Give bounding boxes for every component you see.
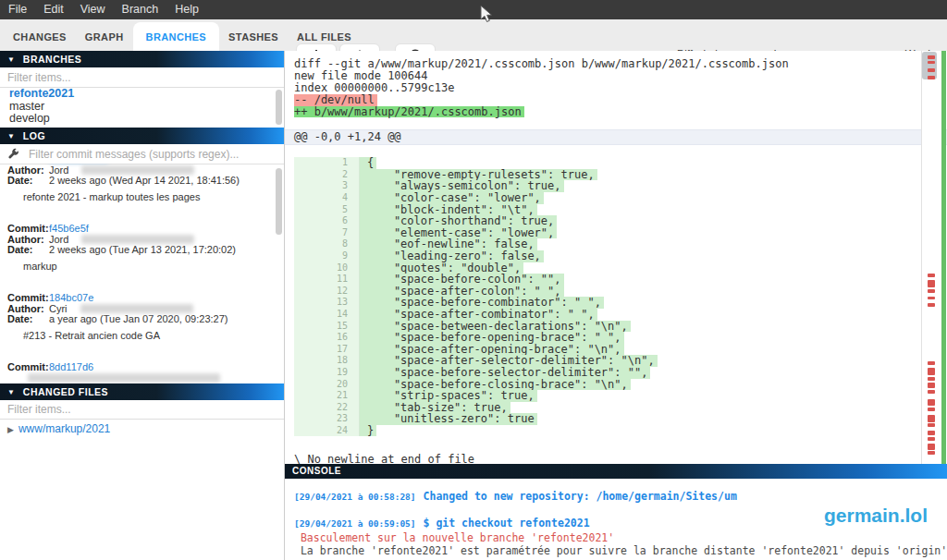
branches-panel-header[interactable]: ▼ BRANCHES (0, 51, 285, 67)
commit-hash-link[interactable]: 8dd117d6 (49, 361, 93, 372)
log-panel-header[interactable]: ▼ LOG (0, 128, 285, 144)
commit-label: Commit: (7, 293, 49, 304)
console-text: Basculement sur la nouvelle branche 'ref… (294, 531, 614, 544)
line-number: 7 (294, 227, 360, 239)
minimap-change-mark (928, 377, 935, 381)
line-number: 19 (294, 367, 360, 379)
console-panel-header[interactable]: CONSOLE (285, 464, 947, 479)
minimap-change-mark (928, 303, 935, 307)
menu-item-edit[interactable]: Edit (35, 0, 72, 19)
line-number: 15 (294, 321, 360, 333)
line-number: 8 (294, 238, 360, 250)
minimap-change-mark (928, 399, 935, 406)
commit-date-line: Date:2 weeks ago (Wed Apr 14 2021, 18:41… (7, 176, 274, 187)
author-name: Jord (49, 234, 68, 245)
line-number: 20 (294, 379, 360, 391)
changed-file-path: www/markup/2021 (18, 422, 110, 435)
line-content: "color-shorthand": true, (360, 215, 557, 227)
console-line: [29/04/2021 à 00:58:28]Changed to new re… (294, 491, 947, 503)
log-filter-input[interactable] (27, 147, 284, 162)
author-name: Jord (49, 164, 68, 176)
commit-entry: Commit:8dd117d6 (7, 362, 274, 383)
tab-graph[interactable]: GRAPH (76, 22, 133, 51)
commit-hash-line: Commit:8dd117d6 (7, 362, 274, 373)
minimap-change-mark (928, 361, 935, 365)
commit-log-list: Commit:Author:JordDate:2 weeks ago (Wed … (0, 164, 274, 383)
commit-entry: Commit:184bc07eAuthor:CyriDate:a year ag… (7, 293, 274, 341)
diff-added-code-line: 24} (294, 425, 947, 437)
branch-item-refonte2021[interactable]: refonte2021 (0, 88, 284, 101)
diff-added-code-line: 23 "unitless-zero": true (294, 413, 947, 425)
branches-scrollbar[interactable] (276, 90, 282, 125)
commit-hash-link[interactable]: 184bc07e (49, 292, 93, 303)
line-number: 10 (294, 262, 360, 274)
changed-file-item[interactable]: ▶www/markup/2021 (0, 420, 284, 436)
changed-files-filter-input[interactable] (0, 400, 284, 420)
collapse-arrow-icon: ▼ (7, 55, 15, 64)
minimap-change-mark (928, 55, 935, 59)
line-number: 4 (294, 192, 360, 204)
diff-line-text: ++ b/www/markup/2021/.csscomb.json (294, 106, 524, 118)
commit-message: #213 - Retrait ancien code GA (7, 331, 274, 342)
tab-branches[interactable]: BRANCHES (133, 22, 220, 51)
added-lines-overview-bar (941, 51, 946, 464)
diff-plain-line: new file mode 100644 (294, 70, 947, 82)
diff-added-code-line: 4 "color-case": "lower", (294, 192, 947, 204)
menu-item-branch[interactable]: Branch (114, 0, 167, 19)
line-number: 2 (294, 169, 360, 181)
tree-expand-icon[interactable]: ▶ (7, 425, 14, 434)
minimap-change-mark (928, 431, 935, 435)
commit-date-line: Date:2 weeks ago (Tue Apr 13 2021, 17:20… (7, 245, 274, 256)
date-label: Date: (7, 245, 49, 256)
commit-hash-link[interactable]: f45b6e5f (49, 223, 89, 234)
line-content: "unitless-zero": true (360, 413, 537, 425)
diff-hunk-header: @@ -0,0 +1,24 @@ (285, 129, 947, 145)
log-scrollbar[interactable] (276, 168, 282, 235)
diff-added-code-line: 21 "strip-spaces": true, (294, 390, 947, 402)
commit-message: refonte 2021 - markup toutes les pages (7, 192, 274, 203)
collapse-arrow-icon: ▼ (7, 132, 15, 140)
redacted-author (81, 165, 194, 175)
changed-files-panel-header[interactable]: ▼ CHANGED FILES (0, 383, 285, 400)
console-text: $ git checkout refonte2021 (424, 517, 590, 530)
commit-hash-line: Commit:f45b6e5f (7, 224, 274, 235)
tab-stashes[interactable]: STASHES (219, 22, 288, 51)
line-number: 23 (294, 413, 360, 425)
commit-date: 2 weeks ago (Tue Apr 13 2021, 17:20:02) (49, 244, 236, 255)
line-number: 13 (294, 297, 360, 309)
diff-view: diff --git a/www/markup/2021/.csscomb.js… (285, 51, 947, 464)
commit-entry: Commit:Author:JordDate:2 weeks ago (Wed … (7, 164, 274, 202)
console-line: La branche 'refonte2021' est paramétrée … (294, 545, 947, 557)
branches-filter-input[interactable] (0, 67, 284, 88)
line-number: 21 (294, 390, 360, 402)
diff-added-code-line: 11 "space-before-colon": "", (294, 274, 947, 286)
line-number: 17 (294, 344, 360, 356)
branch-item-master[interactable]: master (0, 101, 284, 114)
minimap-change-mark (928, 76, 935, 79)
branch-item-develop[interactable]: develop (0, 113, 284, 126)
diff-plain-line: index 00000000..5799c13e (294, 82, 947, 94)
date-label: Date: (7, 176, 49, 187)
minimap-change-mark (928, 423, 935, 427)
minimap-change-mark (928, 390, 935, 394)
menu-item-file[interactable]: File (0, 0, 35, 19)
diff-added-code-line: 14 "space-after-combinator": " ", (294, 309, 947, 321)
line-content: "leading-zero": false, (360, 250, 544, 262)
diff-added-line: ++ b/www/markup/2021/.csscomb.json (294, 106, 947, 118)
tab-changes[interactable]: CHANGES (4, 22, 76, 51)
line-number: 22 (294, 402, 360, 414)
line-number: 3 (294, 180, 360, 192)
line-content: } (360, 425, 376, 437)
wrench-icon[interactable] (7, 148, 19, 160)
minimap-change-mark (928, 280, 935, 287)
menu-item-view[interactable]: View (72, 0, 114, 19)
diff-blank-line (294, 117, 947, 129)
diff-added-code-line: 9 "leading-zero": false, (294, 250, 947, 262)
minimap-change-mark (928, 68, 935, 72)
commit-label: Commit: (7, 224, 49, 235)
menu-item-help[interactable]: Help (166, 0, 207, 19)
line-number: 5 (294, 204, 360, 216)
diff-added-code-line: 1{ (294, 157, 947, 169)
branches-list: refonte2021masterdevelop (0, 88, 284, 128)
diff-added-code-line: 16 "space-before-opening-brace": " ", (294, 332, 947, 344)
